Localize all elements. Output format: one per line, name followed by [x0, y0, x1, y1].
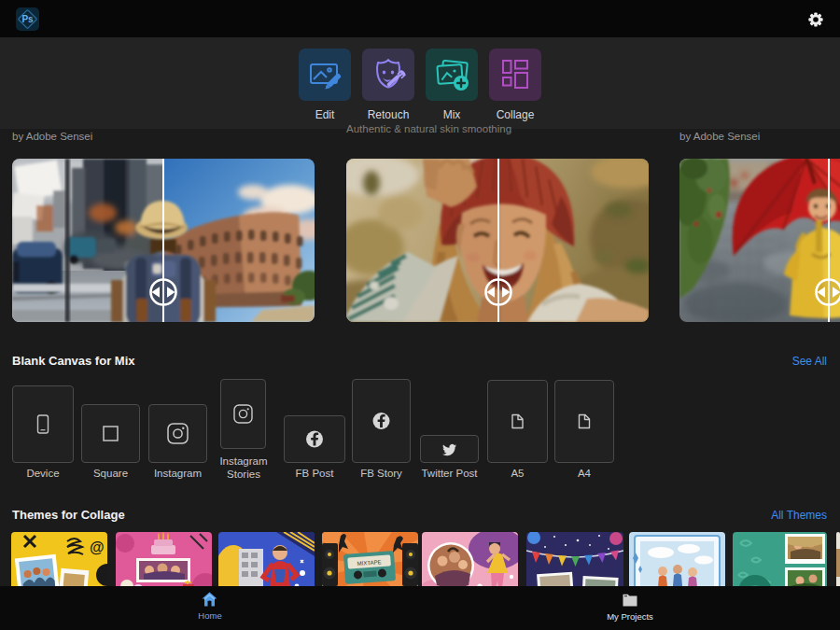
svg-text:Ps: Ps: [21, 14, 34, 24]
svg-text:@: @: [90, 539, 105, 555]
